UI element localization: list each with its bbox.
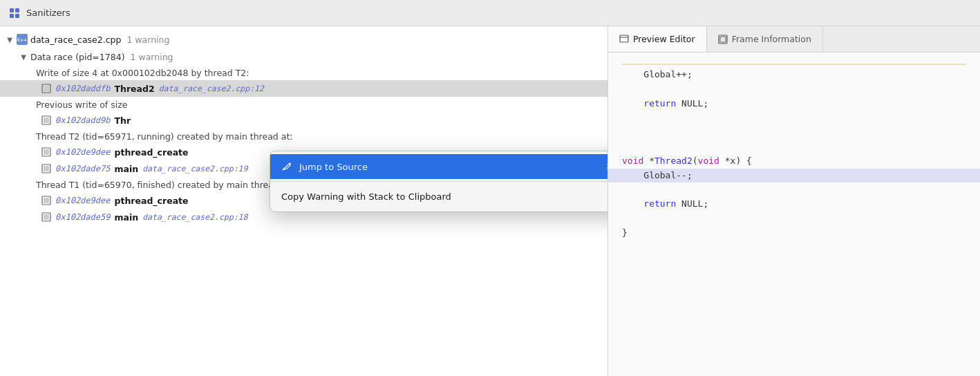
frame-icon-6 [41,212,51,222]
frame5-func: pthread_create [114,196,188,206]
jump-to-source-label: Jump to Source [299,162,599,172]
svg-rect-7 [44,118,49,123]
frame4-addr: 0x102dade75 [55,164,110,173]
frame1-meta: data_race_case2.cpp:12 [159,84,264,93]
svg-rect-15 [44,214,49,220]
file-row[interactable]: ▼ C++ data_race_case2.cpp 1 warning [0,30,607,48]
jump-icon [281,161,292,172]
code-line-empty4 [608,140,980,154]
code-line-empty3 [608,125,980,140]
right-tabs: Preview Editor Frame Information [608,26,980,53]
tab-frame-information[interactable]: Frame Information [707,26,823,52]
svg-rect-3 [15,14,19,18]
main-area: ▼ C++ data_race_case2.cpp 1 warning ▼ Da… [0,26,980,376]
title-bar: Sanitizers [0,0,980,26]
write-info-row: Write of size 4 at 0x000102db2048 by thr… [0,65,607,80]
right-panel: Preview Editor Frame Information Global+… [608,26,980,376]
preview-editor-label: Preview Editor [633,34,695,44]
context-menu: Jump to Source ⌘↓ Copy Warning with Stac… [270,151,608,212]
t1-created-text: Thread T1 (tid=65970, finished) created … [36,180,294,190]
file-chevron[interactable]: ▼ [6,35,14,44]
prev-write-text: Previous write of size [36,100,127,110]
svg-rect-11 [44,166,49,171]
menu-divider [270,181,608,182]
code-area[interactable]: Global++; return NULL; void *Thread2(voi… [608,53,980,376]
frame1-func: Thread2 [114,84,154,94]
code-line-empty6 [608,212,980,226]
frame-icon-5 [41,196,51,205]
frame6-func: main [114,212,138,223]
frame1-addr: 0x102daddfb [55,84,110,93]
tab-preview-editor[interactable]: Preview Editor [608,26,707,52]
file-warning-count: 1 warning [126,35,169,45]
code-line-thread2-sig: void *Thread2(void *x) { [608,154,980,169]
frame2-func: Thr [114,115,131,126]
frame-icon-1 [41,84,51,93]
frame4-func: main [114,164,138,174]
thread1-frame-row[interactable]: 0x102dadd9b Thr [0,112,607,129]
frame-info-icon [718,35,728,44]
cpp-file-icon: C++ [17,34,28,45]
code-line-global-dec: Global--; [608,169,980,183]
svg-rect-2 [10,14,14,18]
frame-icon-3 [41,147,51,157]
group-warning-count: 1 warning [131,52,173,62]
prev-write-info-row: Previous write of size [0,97,607,112]
frame-icon-2 [41,115,51,125]
warning-group-row[interactable]: ▼ Data race (pid=1784) 1 warning [0,48,607,65]
code-line-close-brace: } [608,226,980,241]
frame6-addr: 0x102dade59 [55,212,110,222]
file-name: data_race_case2.cpp [30,35,121,45]
svg-rect-19 [720,37,726,42]
svg-rect-9 [44,149,49,155]
copy-warning-label: Copy Warning with Stack to Clipboard [281,191,608,202]
thread2-frame-row[interactable]: 0x102daddfb Thread2 data_race_case2.cpp:… [0,80,607,97]
preview-editor-icon [619,35,629,44]
svg-rect-0 [10,8,14,12]
t2-created-text: Thread T2 (tid=65971, running) created b… [36,131,293,142]
svg-rect-13 [44,198,49,203]
svg-rect-16 [620,35,628,42]
group-chevron[interactable]: ▼ [19,53,28,61]
code-line-empty1 [608,82,980,97]
code-line-global-inc: Global++; [608,68,980,82]
frame5-addr: 0x102de9dee [55,196,110,205]
jump-shortcut: ⌘↓ [606,162,608,171]
copy-warning-item[interactable]: Copy Warning with Stack to Clipboard [270,184,608,209]
frame6-meta: data_race_case2.cpp:18 [142,212,247,222]
code-line-empty5 [608,182,980,197]
frame-information-label: Frame Information [732,34,811,44]
svg-rect-5 [44,86,49,91]
frame3-func: pthread_create [114,147,188,158]
sanitizers-icon [8,7,21,19]
title-bar-label: Sanitizers [26,8,70,18]
write-info-text: Write of size 4 at 0x000102db2048 by thr… [36,68,249,78]
frame3-addr: 0x102de9dee [55,147,110,157]
code-line-empty2 [608,111,980,125]
code-line-return-null1: return NULL; [608,97,980,111]
frame-icon-4 [41,164,51,173]
t2-created-info: Thread T2 (tid=65971, running) created b… [0,129,607,144]
app-window: Sanitizers ▼ C++ data_race_case2.cpp 1 w… [0,0,980,376]
svg-rect-1 [15,8,19,12]
jump-to-source-item[interactable]: Jump to Source ⌘↓ [270,154,608,179]
left-panel: ▼ C++ data_race_case2.cpp 1 warning ▼ Da… [0,26,608,376]
frame2-addr: 0x102dadd9b [55,115,110,125]
warning-group-label: Data race (pid=1784) [30,52,125,62]
frame4-meta: data_race_case2.cpp:19 [142,164,247,173]
code-line-return-null2: return NULL; [608,197,980,212]
squiggle-hint [622,58,966,65]
